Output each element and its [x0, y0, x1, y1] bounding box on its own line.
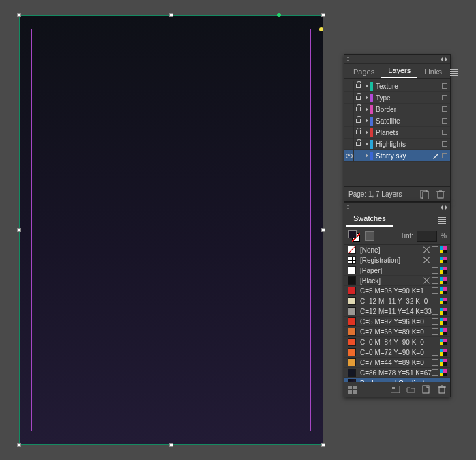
disclosure-toggle[interactable] — [363, 142, 370, 146]
layer-row[interactable]: Type — [344, 92, 450, 104]
formatting-target-toggle[interactable] — [365, 231, 374, 241]
selection-proxy[interactable] — [442, 106, 447, 112]
delete-layer-button[interactable] — [435, 189, 446, 200]
selection-handle-middle-right[interactable] — [321, 228, 325, 232]
swatch-row[interactable]: C=12 M=11 Y=14 K=33 — [344, 306, 450, 317]
layer-row[interactable]: Border — [344, 104, 450, 115]
swatch-view-toggle[interactable] — [348, 386, 358, 394]
new-swatch-button[interactable] — [422, 385, 431, 394]
visibility-toggle[interactable] — [344, 139, 354, 150]
disclosure-toggle[interactable] — [363, 84, 370, 88]
swatch-row[interactable]: C=5 M=92 Y=96 K=0 — [344, 317, 450, 327]
layer-row[interactable]: Planets — [344, 127, 450, 139]
swatch-row[interactable]: C=86 M=78 Y=51 K=67 — [344, 368, 450, 378]
disclosure-toggle[interactable] — [363, 119, 370, 123]
disclosure-toggle[interactable] — [363, 96, 370, 100]
layers-list: TextureTypeBorderSatellitePlanetsHighlig… — [344, 79, 450, 162]
swatch-row[interactable]: [Paper] — [344, 265, 450, 276]
selection-handle-top-right[interactable] — [321, 13, 325, 17]
lock-toggle[interactable] — [354, 104, 363, 115]
tab-swatches[interactable]: Swatches — [346, 212, 393, 227]
delete-swatch-button[interactable] — [438, 385, 446, 394]
selection-proxy[interactable] — [442, 141, 447, 147]
swatch-meta-icons — [432, 328, 447, 335]
swatch-row[interactable]: C=0 M=84 Y=90 K=0 — [344, 337, 450, 347]
selection-handle-middle-left[interactable] — [17, 228, 21, 232]
disclosure-toggle[interactable] — [363, 107, 370, 111]
fill-stroke-toggle[interactable] — [348, 229, 361, 243]
disclosure-toggle[interactable] — [363, 130, 370, 134]
tint-input[interactable] — [417, 231, 437, 242]
selection-proxy[interactable] — [442, 153, 447, 158]
swatch-row[interactable]: C=5 M=95 Y=90 K=1 — [344, 286, 450, 296]
tab-pages[interactable]: Pages — [346, 66, 381, 78]
visibility-toggle[interactable] — [344, 92, 354, 104]
cmyk-mode-icon — [440, 318, 447, 325]
panel-drag-header[interactable] — [344, 203, 450, 212]
swatch-name-label: C=12 M=11 Y=32 K=0 — [360, 298, 432, 305]
tab-links[interactable]: Links — [417, 66, 449, 78]
visibility-toggle[interactable] — [344, 115, 354, 127]
selection-handle-bottom-middle[interactable] — [169, 443, 173, 447]
layer-row[interactable]: Satellite — [344, 115, 450, 127]
panel-menu-button[interactable] — [436, 214, 447, 227]
new-layer-button[interactable] — [419, 189, 430, 200]
lock-toggle[interactable] — [354, 127, 363, 139]
lock-toggle[interactable] — [354, 150, 363, 162]
panel-menu-button[interactable] — [449, 66, 460, 78]
panel-collapse-button[interactable] — [440, 203, 448, 212]
visibility-toggle[interactable] — [344, 104, 354, 115]
selection-handle-top-left[interactable] — [17, 13, 21, 17]
cmyk-mode-icon — [440, 287, 447, 294]
selection-proxy[interactable] — [442, 95, 447, 100]
selection-handle-top-middle[interactable] — [169, 13, 173, 17]
swatch-row[interactable]: C=7 M=66 Y=89 K=0 — [344, 327, 450, 337]
swatch-row[interactable]: C=7 M=44 Y=89 K=0 — [344, 358, 450, 368]
tab-layers[interactable]: Layers — [381, 64, 417, 78]
visibility-toggle[interactable] — [344, 127, 354, 139]
visibility-toggle[interactable] — [344, 150, 354, 162]
selection-handle-bottom-right[interactable] — [321, 443, 325, 447]
eye-icon — [346, 154, 353, 158]
swatch-row[interactable]: Background Gradient — [344, 378, 450, 382]
color-type-icon — [432, 318, 438, 325]
layer-name-label: Highlights — [376, 141, 442, 148]
layer-row[interactable]: Starry sky — [344, 150, 450, 162]
layers-empty-space — [344, 162, 450, 186]
content-grabber-indicator[interactable] — [319, 27, 323, 31]
layer-row[interactable]: Highlights — [344, 139, 450, 150]
swatch-name-label: [Black] — [360, 277, 423, 285]
triangle-right-icon — [366, 119, 368, 123]
swatch-name-label: C=0 M=72 Y=90 K=0 — [360, 349, 432, 356]
layer-color-chip — [370, 117, 373, 126]
panel-collapse-button[interactable] — [440, 55, 448, 63]
disclosure-toggle[interactable] — [363, 154, 370, 158]
lock-icon — [356, 96, 361, 100]
swatch-chip — [348, 307, 356, 315]
lock-toggle[interactable] — [354, 115, 363, 127]
triangle-right-icon — [366, 107, 368, 111]
selection-handle-bottom-left[interactable] — [17, 443, 21, 447]
color-type-icon — [432, 298, 438, 304]
lock-toggle[interactable] — [354, 92, 363, 104]
swatch-row[interactable]: [Registration] — [344, 255, 450, 265]
swatch-row[interactable]: C=0 M=72 Y=90 K=0 — [344, 347, 450, 358]
selection-proxy[interactable] — [442, 83, 447, 89]
document-canvas[interactable] — [19, 15, 323, 445]
layers-panel: Pages Layers Links TextureTypeBorderSate… — [344, 54, 451, 202]
swatch-row[interactable]: [None] — [344, 245, 450, 255]
visibility-toggle[interactable] — [344, 81, 354, 92]
new-color-group-button[interactable] — [406, 386, 415, 393]
swatch-row[interactable]: C=12 M=11 Y=32 K=0 — [344, 296, 450, 306]
non-editable-icon — [423, 277, 430, 284]
layers-panel-footer: Page: 1, 7 Layers — [344, 186, 450, 201]
reference-point-indicator[interactable] — [277, 13, 281, 17]
swatch-row[interactable]: [Black] — [344, 276, 450, 286]
lock-toggle[interactable] — [354, 139, 363, 150]
layer-row[interactable]: Texture — [344, 81, 450, 92]
selection-proxy[interactable] — [442, 118, 447, 124]
selection-proxy[interactable] — [442, 130, 447, 135]
lock-toggle[interactable] — [354, 81, 363, 92]
panel-drag-header[interactable] — [344, 55, 450, 64]
show-options-button[interactable] — [391, 386, 400, 393]
